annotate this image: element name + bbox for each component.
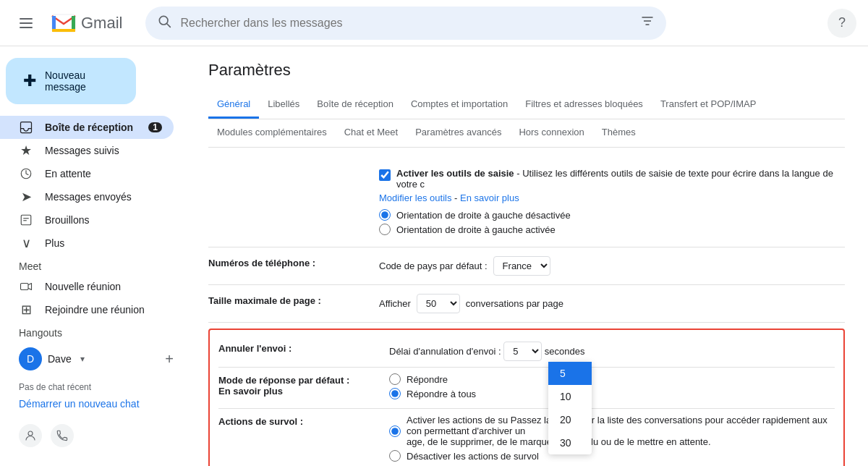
hangout-add-icon[interactable]: + xyxy=(165,351,174,368)
page-title: Paramètres xyxy=(208,61,845,80)
phone-icon[interactable] xyxy=(51,424,74,447)
gmail-logo: Gmail xyxy=(49,9,122,38)
rtl-off-row: Orientation de droite à gauche désactivé… xyxy=(379,209,845,221)
sidebar-item-drafts[interactable]: Brouillons xyxy=(0,208,174,232)
svg-rect-16 xyxy=(21,215,31,225)
tab-forwarding[interactable]: Transfert et POP/IMAP xyxy=(652,91,765,119)
tab-advanced[interactable]: Paramètres avancés xyxy=(407,119,510,147)
default-reply-label: Mode de réponse par défaut : En savoir p… xyxy=(218,373,378,397)
hover-on-radio[interactable] xyxy=(389,425,401,437)
default-reply-value: Répondre Répondre à tous xyxy=(389,373,835,402)
svg-rect-2 xyxy=(20,27,33,28)
page-size-select[interactable]: 25 50 100 xyxy=(417,294,460,313)
input-tools-checkbox[interactable] xyxy=(379,169,391,181)
input-tools-checkbox-row: Activer les outils de saisie - Utilisez … xyxy=(379,168,845,190)
input-tools-value: Activer les outils de saisie - Utilisez … xyxy=(379,168,845,238)
tab-addons[interactable]: Modules complémentaires xyxy=(208,119,336,147)
sidebar-item-join-meeting[interactable]: ⊞ Rejoindre une réunion xyxy=(0,298,174,321)
input-tools-strong: Activer les outils de saisie xyxy=(396,168,514,179)
people-icon[interactable] xyxy=(19,424,42,447)
tab-inbox[interactable]: Boîte de réception xyxy=(308,91,402,119)
hover-off-label: Désactiver les actions de survol xyxy=(407,451,539,462)
more-icon: ∨ xyxy=(19,236,33,250)
sidebar-item-snoozed[interactable]: En attente xyxy=(0,162,174,185)
search-bar[interactable] xyxy=(145,7,666,40)
tab-chat[interactable]: Chat et Meet xyxy=(336,119,407,147)
starred-label: Messages suivis xyxy=(45,145,119,156)
phone-inline: Code de pays par défaut : France xyxy=(379,256,845,276)
country-code-select[interactable]: France xyxy=(493,256,550,276)
tab-accounts[interactable]: Comptes et importation xyxy=(402,91,516,119)
page-size-inline: Afficher 25 50 100 conversations par pag… xyxy=(379,294,845,313)
hangout-user-row[interactable]: D Dave ▾ + xyxy=(0,342,185,376)
svg-rect-0 xyxy=(20,18,33,20)
delay-overlay-10[interactable]: 10 xyxy=(548,385,592,408)
default-reply-label-text: Mode de réponse par défaut : xyxy=(218,375,349,386)
search-input[interactable] xyxy=(180,17,631,30)
sidebar-item-starred[interactable]: ★ Messages suivis xyxy=(0,139,174,162)
send-cancel-inline: Délai d'annulation d'envoi : 5 10 20 30 … xyxy=(389,342,584,361)
phone-value: Code de pays par défaut : France xyxy=(379,256,845,276)
snoozed-icon xyxy=(19,166,33,181)
delay-overlay-30[interactable]: 30 xyxy=(548,431,592,454)
sent-icon: ➤ xyxy=(19,190,33,204)
topbar-right: ? xyxy=(827,9,856,38)
delay-overlay-20[interactable]: 20 xyxy=(548,408,592,431)
hangout-name: Dave xyxy=(48,353,72,365)
rtl-off-radio[interactable] xyxy=(379,209,391,221)
highlight-box: Annuler l'envoi : Délai d'annulation d'e… xyxy=(208,329,845,466)
hover-on-row: Activer les actions de su Passez la sour… xyxy=(389,415,835,447)
star-icon: ★ xyxy=(19,143,33,158)
help-icon[interactable]: ? xyxy=(827,9,856,38)
setting-phone: Numéros de téléphone : Code de pays par … xyxy=(208,247,845,285)
sidebar-item-inbox[interactable]: Boîte de réception 1 xyxy=(0,116,174,139)
link-separator: - xyxy=(454,192,460,203)
tab-offline[interactable]: Hors connexion xyxy=(510,119,592,147)
search-filters-icon[interactable] xyxy=(640,14,655,32)
reply-all-label: Répondre à tous xyxy=(407,389,476,399)
topbar: Gmail ? xyxy=(0,0,868,46)
sidebar-item-sent[interactable]: ➤ Messages envoyés xyxy=(0,185,174,208)
tab-general[interactable]: Général xyxy=(208,91,259,119)
hover-off-row: Désactiver les actions de survol xyxy=(389,450,835,462)
learn-more-input-tools-link[interactable]: En savoir plus xyxy=(460,192,519,203)
grid-icon: ⊞ xyxy=(19,302,33,317)
setting-hover-actions: Actions de survol : Activer les actions … xyxy=(218,409,835,466)
hangouts-section-label: Hangouts xyxy=(0,321,185,342)
menu-icon[interactable] xyxy=(12,9,41,38)
compose-button[interactable]: ✚ Nouveau message xyxy=(6,58,136,104)
hangout-status: Pas de chat récent xyxy=(0,376,185,395)
reply-radio[interactable] xyxy=(389,373,401,385)
tab-filters[interactable]: Filtres et adresses bloquées xyxy=(516,91,652,119)
hover-off-radio[interactable] xyxy=(389,450,401,462)
page-size-value: Afficher 25 50 100 conversations par pag… xyxy=(379,294,845,313)
hangout-start-chat-link[interactable]: Démarrer un nouveau chat xyxy=(0,395,185,412)
gmail-text: Gmail xyxy=(81,14,122,33)
reply-all-radio[interactable] xyxy=(389,388,401,399)
hover-on-label: Activer les actions de su Passez la sour… xyxy=(407,415,835,447)
modify-tools-link[interactable]: Modifier les outils xyxy=(379,192,451,203)
delay-overlay-5[interactable]: 5 xyxy=(548,362,592,385)
delay-select[interactable]: 5 10 20 30 xyxy=(503,342,542,361)
rtl-on-radio[interactable] xyxy=(379,224,391,235)
send-cancel-label: Annuler l'envoi : xyxy=(218,342,378,354)
page-size-prefix: Afficher xyxy=(379,298,411,309)
input-tools-text: Activer les outils de saisie - Utilisez … xyxy=(396,168,845,190)
sidebar-item-more[interactable]: ∨ Plus xyxy=(0,232,174,255)
default-reply-learn-more[interactable]: En savoir plus xyxy=(218,386,283,397)
layout: ✚ Nouveau message Boîte de réception 1 ★… xyxy=(0,46,868,466)
svg-rect-8 xyxy=(52,16,75,32)
snoozed-label: En attente xyxy=(45,168,91,179)
avatar: D xyxy=(19,347,42,370)
main-content: Paramètres Général Libellés Boîte de réc… xyxy=(185,46,868,466)
phone-label: Numéros de téléphone : xyxy=(208,256,367,268)
tab-themes[interactable]: Thèmes xyxy=(593,119,644,147)
sidebar-item-new-meeting[interactable]: Nouvelle réunion xyxy=(0,275,174,298)
sidebar-bottom xyxy=(0,412,185,450)
seconds-label: secondes xyxy=(545,346,585,357)
setting-default-reply: Mode de réponse par défaut : En savoir p… xyxy=(218,368,835,409)
hover-actions-label: Actions de survol : xyxy=(218,415,378,427)
rtl-on-row: Orientation de droite à gauche activée xyxy=(379,224,845,235)
tab-labels[interactable]: Libellés xyxy=(259,91,308,119)
page-size-suffix: conversations par page xyxy=(466,298,563,309)
